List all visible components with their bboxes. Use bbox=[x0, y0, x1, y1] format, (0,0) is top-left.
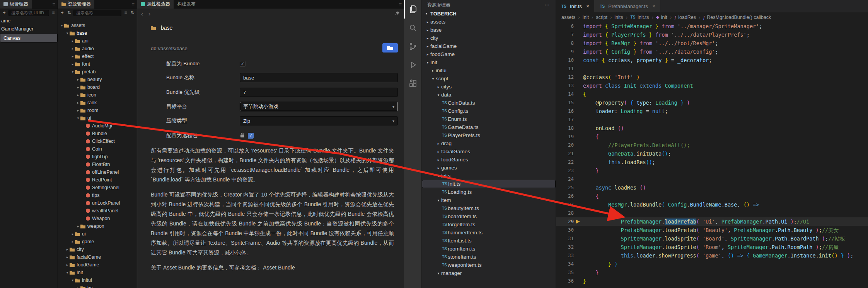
explorer-row[interactable]: TSforgeItem.ts bbox=[422, 220, 556, 229]
explorer-row[interactable]: ▾script bbox=[422, 75, 556, 83]
inspector-menu-icon[interactable]: ≡ bbox=[399, 1, 402, 7]
breadcrumb-item[interactable]: TSInit.ts bbox=[630, 15, 649, 20]
explorer-row[interactable]: TSweaponItem.ts bbox=[422, 261, 556, 269]
explorer-row[interactable]: TSroomItem.ts bbox=[422, 245, 556, 253]
chevron-right-icon[interactable]: ▸ bbox=[65, 255, 70, 259]
asset-row[interactable]: ▾initui bbox=[58, 276, 137, 284]
breadcrumb-item[interactable]: ƒloadRes bbox=[674, 15, 696, 20]
asset-row[interactable]: fightTip bbox=[58, 153, 137, 161]
breadcrumb-item[interactable]: Init bbox=[582, 15, 589, 20]
more-actions-icon[interactable]: ⋯ bbox=[544, 2, 550, 8]
hierarchy-search-input[interactable] bbox=[9, 10, 49, 16]
explorer-row[interactable]: ▸initui bbox=[422, 66, 556, 75]
asset-row[interactable]: RedPoint bbox=[58, 176, 137, 184]
explorer-row[interactable]: ▸base bbox=[422, 26, 556, 34]
explorer-row[interactable]: TSboardItem.ts bbox=[422, 212, 556, 220]
asset-row[interactable]: FloatBtn bbox=[58, 161, 137, 168]
explorer-row[interactable]: TShammerItem.ts bbox=[422, 229, 556, 237]
chevron-down-icon[interactable]: ▾ bbox=[60, 24, 64, 27]
tab-inspector[interactable]: 属性检查器 bbox=[137, 0, 174, 8]
pin-icon[interactable] bbox=[395, 10, 400, 17]
asset-row[interactable]: ▸facialGame bbox=[58, 253, 137, 261]
explorer-row[interactable]: TSPlayerPrefs.ts bbox=[422, 131, 556, 139]
chevron-right-icon[interactable]: ▸ bbox=[76, 101, 80, 105]
create-asset-button[interactable]: + bbox=[60, 10, 65, 15]
chevron-right-icon[interactable]: ▸ bbox=[76, 93, 80, 97]
breadcrumb-item[interactable]: ƒResMgr.loadBundle() callback bbox=[703, 15, 771, 20]
close-icon[interactable]: × bbox=[652, 3, 655, 9]
asset-row[interactable]: AudioMgr bbox=[58, 122, 137, 130]
explorer-row[interactable]: ▸drag bbox=[422, 139, 556, 147]
hierarchy-filter-icon[interactable]: ≡ bbox=[51, 10, 56, 15]
close-icon[interactable]: × bbox=[586, 3, 589, 9]
asset-row[interactable]: ▸board bbox=[58, 83, 137, 91]
asset-row[interactable]: ▸ba bbox=[58, 284, 137, 288]
breadcrumb-item[interactable]: script bbox=[596, 15, 607, 20]
compression-type-select[interactable]: Zip ▾ bbox=[240, 116, 398, 125]
chevron-right-icon[interactable]: ▸ bbox=[70, 47, 75, 51]
asset-row[interactable]: Bubble bbox=[58, 130, 137, 137]
asset-row[interactable]: Coin bbox=[58, 145, 137, 153]
code-editor[interactable]: 6import { SpriteManager } from '../manag… bbox=[556, 22, 868, 288]
asset-row[interactable]: ▾ui bbox=[58, 114, 137, 122]
asset-row[interactable]: ClickEffect bbox=[58, 137, 137, 145]
asset-row[interactable]: ▸effect bbox=[58, 53, 137, 60]
tab-assets[interactable]: 资源管理器 bbox=[58, 0, 94, 8]
chevron-right-icon[interactable]: ▸ bbox=[76, 286, 80, 288]
bundle-name-input[interactable] bbox=[240, 73, 398, 82]
chevron-down-icon[interactable]: ▾ bbox=[70, 70, 75, 74]
explorer-row[interactable]: ▾inits bbox=[422, 172, 556, 180]
assets-filter-icon[interactable]: ≡ bbox=[123, 10, 128, 15]
chevron-right-icon[interactable]: ▸ bbox=[65, 263, 70, 267]
chevron-right-icon[interactable]: ▸ bbox=[76, 108, 80, 112]
assets-menu-icon[interactable]: ≡ bbox=[131, 1, 135, 7]
asset-row[interactable]: ▾base bbox=[58, 29, 137, 37]
asset-row[interactable]: SettingPanel bbox=[58, 184, 137, 191]
asset-row[interactable]: ▸icon bbox=[58, 91, 137, 99]
explorer-row[interactable]: ▸citys bbox=[422, 83, 556, 91]
asset-row[interactable]: ▸audio bbox=[58, 45, 137, 53]
hierarchy-node[interactable]: GameManager bbox=[0, 25, 58, 33]
run-debug-activity-icon[interactable] bbox=[404, 56, 421, 74]
asset-row[interactable]: tips bbox=[58, 191, 137, 199]
asset-row[interactable]: ▸foodGame bbox=[58, 261, 137, 269]
asset-row[interactable]: ▸room bbox=[58, 107, 137, 114]
asset-row[interactable]: ▾assets bbox=[58, 22, 137, 29]
sort-assets-icon[interactable]: ⇅ bbox=[67, 10, 72, 15]
refresh-assets-icon[interactable]: ↻ bbox=[130, 10, 135, 15]
chevron-down-icon[interactable]: ▾ bbox=[70, 278, 75, 282]
explorer-row[interactable]: TSbeautyItem.ts bbox=[422, 204, 556, 212]
forward-icon[interactable]: › bbox=[148, 11, 150, 17]
chevron-right-icon[interactable]: ▸ bbox=[76, 78, 80, 81]
breadcrumb-item[interactable]: inits bbox=[614, 15, 623, 20]
chevron-down-icon[interactable]: ▾ bbox=[65, 31, 70, 35]
chevron-right-icon[interactable]: ▸ bbox=[76, 85, 80, 89]
asset-row[interactable]: wealthPanel bbox=[58, 207, 137, 215]
asset-row[interactable]: offLinePanel bbox=[58, 168, 137, 176]
explorer-row[interactable]: ▾Init bbox=[422, 58, 556, 66]
explorer-row[interactable]: TSCoinData.ts bbox=[422, 99, 556, 107]
explorer-row[interactable]: ▾manager bbox=[422, 269, 556, 277]
explorer-row[interactable]: ▸games bbox=[422, 164, 556, 172]
is-bundle-checkbox[interactable]: ✓ bbox=[240, 61, 246, 67]
asset-row[interactable]: ▸city bbox=[58, 246, 137, 253]
target-platform-select[interactable]: 字节跳动小游戏 ▾ bbox=[240, 102, 398, 111]
workspace-root[interactable]: ▾ TOBERICH bbox=[422, 9, 556, 18]
asset-row[interactable]: ▸font bbox=[58, 60, 137, 68]
asset-row[interactable]: ▸ui bbox=[58, 230, 137, 238]
explorer-row[interactable]: TSstoneItem.ts bbox=[422, 253, 556, 261]
explorer-row[interactable]: ▸assets bbox=[422, 18, 556, 26]
tab-build[interactable]: 构建发布 bbox=[174, 0, 199, 8]
hierarchy-menu-icon[interactable]: ≡ bbox=[52, 1, 55, 7]
explorer-row[interactable]: ▾item bbox=[422, 196, 556, 204]
hierarchy-node[interactable]: Canvas bbox=[0, 33, 58, 42]
asset-row[interactable]: ▸beauty bbox=[58, 76, 137, 83]
assets-search-input[interactable] bbox=[73, 10, 121, 16]
explorer-row[interactable]: TSEnum.ts bbox=[422, 115, 556, 123]
asset-row[interactable]: ▾Init bbox=[58, 269, 137, 276]
explorer-activity-icon[interactable] bbox=[404, 0, 421, 19]
explorer-row[interactable]: TSConfig.ts bbox=[422, 107, 556, 115]
chevron-right-icon[interactable]: ▸ bbox=[76, 224, 80, 228]
explorer-row[interactable]: ▸foodGames bbox=[422, 156, 556, 164]
asset-row[interactable]: ▸ani bbox=[58, 37, 137, 45]
